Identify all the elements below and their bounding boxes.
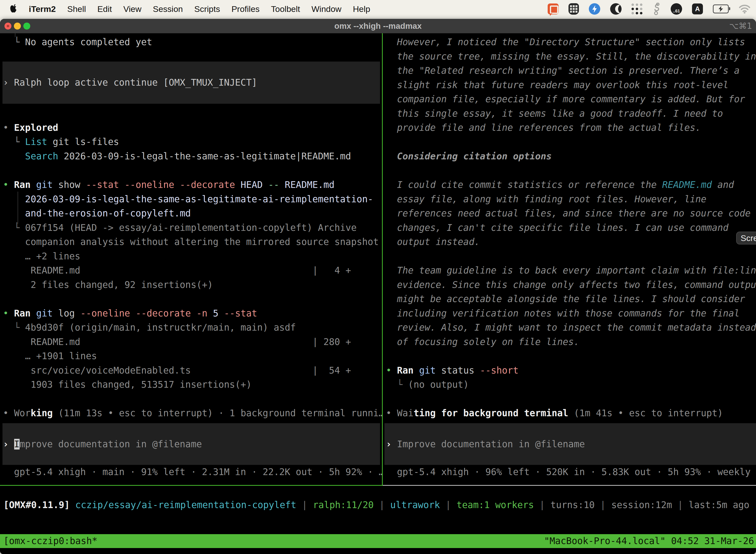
git-show-output-message: companion analysis without altering the … [3, 235, 379, 249]
menu-bar-status-icons: ..61 A [548, 0, 751, 18]
tmux-session-name: [omx-cczip0:bash* [3, 534, 98, 548]
working-status-line: • Working (11m 13s • esc to interrupt) ·… [3, 406, 382, 421]
menu-items: iTerm2 Shell Edit View Session Scripts P… [29, 4, 370, 14]
left-prompt-text[interactable]: › Improve documentation in @filename [3, 437, 202, 451]
apple-logo-icon[interactable] [9, 4, 18, 14]
thinking-paragraph-line: references need actual files, and since … [386, 206, 751, 221]
thinking-paragraph-line: slight risk that future readers may over… [386, 78, 729, 92]
git-show-stat-summary: 2 files changed, 92 insertions(+) [3, 278, 213, 292]
menu-item-help[interactable]: Help [353, 4, 370, 14]
active-pane-border [0, 485, 383, 486]
ran-git-show-line: • Ran git show --stat --oneline --decora… [3, 178, 334, 192]
thinking-paragraph-line: review. Also, I might want to inspect th… [386, 321, 756, 335]
thinking-paragraph-line: output instead. [386, 235, 480, 249]
thinking-paragraph-line: essay file, along with finding root file… [386, 192, 706, 207]
thinking-paragraph-line: changes, I can't cite specific file line… [386, 221, 729, 235]
menu-item-edit[interactable]: Edit [98, 4, 112, 14]
menu-item-profiles[interactable]: Profiles [232, 4, 259, 14]
thinking-section-heading: Considering citation options [386, 149, 552, 164]
git-log-output-commit: └ 4b9d30f (origin/main, instructkr/main,… [3, 321, 296, 335]
right-prompt-text[interactable]: › Improve documentation in @filename [386, 437, 585, 451]
thinking-paragraph-line: evidence. Since this change only affects… [386, 278, 756, 292]
ran-git-log-line: • Ran git log --oneline --decorate -n 5 … [3, 306, 257, 321]
squiggle-icon[interactable] [652, 3, 661, 15]
left-terminal-pane[interactable]: └ No agents completed yet › Ralph loop a… [0, 33, 382, 485]
shield-grid-icon[interactable] [568, 3, 579, 15]
tmux-status-bar: [omx-cczip0:bash* "MacBook-Pro-44.local"… [0, 534, 756, 548]
battery-icon[interactable] [713, 4, 729, 13]
explored-search-line: Search 2026-03-09-is-legal-the-same-as-l… [3, 149, 351, 164]
keyboard-layout-icon[interactable]: A [692, 3, 703, 14]
right-terminal-pane[interactable]: However, I noticed the "Directory Struct… [383, 33, 756, 485]
thinking-paragraph-line: However, I noticed the "Directory Struct… [386, 35, 745, 49]
menu-item-shell[interactable]: Shell [67, 4, 86, 14]
thinking-paragraph-line: companion file, especially if more comme… [386, 92, 745, 107]
omx-session-status-line: [OMX#0.11.9] cczip/essay/ai-reimplementa… [3, 498, 749, 512]
wifi-icon[interactable] [739, 4, 751, 14]
thinking-paragraph-line: I could cite commit statistics or refere… [386, 178, 734, 192]
menu-item-scripts[interactable]: Scripts [194, 4, 220, 14]
window-title-bar[interactable]: omx --xhigh --madmax ⌥⌘1 [0, 19, 756, 33]
tmux-pane-divider[interactable] [382, 33, 383, 485]
ran-git-status-line: • Ran git status --short [386, 364, 519, 378]
git-log-stat-voice: src/voice/voiceModeEnabled.ts | 54 + [3, 364, 351, 378]
git-show-output-commit: └ 067f154 (HEAD -> essay/ai-reimplementa… [3, 221, 357, 235]
thinking-paragraph-line: might be acceptable alongside the file l… [386, 292, 745, 306]
dots-grid-icon[interactable] [631, 3, 642, 14]
explored-header-line: • Explored [3, 121, 58, 135]
git-log-output-more: … +1901 lines [3, 349, 97, 364]
thinking-paragraph-line: the source tree, missing the essay. Stil… [386, 49, 756, 64]
thinking-paragraph-line: of focusing solely on file lines. [386, 335, 579, 349]
git-show-arg-line-1: 2026-03-09-is-legal-the-same-as-legitima… [3, 192, 373, 207]
thinking-paragraph-line: the "Related research writing" section i… [386, 63, 740, 78]
tmux-host-clock: "MacBook-Pro-44.local" 04:52 31-Mar-26 [544, 534, 754, 548]
git-log-stat-readme: README.md | 280 + [3, 335, 351, 349]
git-show-arg-line-2: and-the-erosion-of-copyleft.md [3, 206, 191, 221]
git-show-stat-readme: README.md | 4 + [3, 263, 351, 278]
left-model-status-line: gpt-5.4 xhigh · main · 91% left · 2.31M … [3, 465, 382, 479]
crescent-app-icon[interactable] [610, 3, 622, 15]
screen-share-tooltip: Scre [736, 232, 756, 244]
wallet-badge-icon[interactable]: ..61 [671, 3, 682, 15]
macos-menu-bar: iTerm2 Shell Edit View Session Scripts P… [0, 0, 756, 18]
menu-item-session[interactable]: Session [153, 4, 183, 14]
git-status-no-output: └ (no output) [386, 378, 469, 392]
menu-item-toolbelt[interactable]: Toolbelt [271, 4, 300, 14]
iterm2-window: omx --xhigh --madmax ⌥⌘1 └ No agents com… [0, 19, 756, 554]
window-shortcut-badge: ⌥⌘1 [729, 19, 752, 33]
inactive-pane-border [383, 485, 756, 486]
git-log-stat-summary: 1903 files changed, 513517 insertions(+) [3, 378, 252, 392]
thinking-paragraph-line: this single essay, it seems like a good … [386, 107, 723, 121]
thinking-paragraph-line: The team guideline is to back every impo… [386, 263, 756, 278]
window-title: omx --xhigh --madmax [0, 19, 756, 33]
chat-app-icon[interactable] [548, 3, 559, 14]
explored-list-line: └ List git ls-files [3, 135, 119, 149]
thinking-paragraph-line: including verification notes with those … [386, 306, 740, 321]
menu-item-window[interactable]: Window [312, 4, 341, 14]
git-show-output-more: … +2 lines [3, 249, 80, 264]
blue-badge-icon[interactable] [589, 3, 600, 15]
agents-status-line: └ No agents completed yet [3, 35, 152, 49]
menu-item-view[interactable]: View [123, 4, 141, 14]
thinking-paragraph-line: provide file and line references from th… [386, 121, 701, 135]
ralph-loop-line: › Ralph loop active continue [OMX_TMUX_I… [3, 75, 257, 90]
waiting-status-line: • Waiting for background terminal (1m 41… [386, 406, 723, 421]
right-model-status-line: gpt-5.4 xhigh · 96% left · 520K in · 5.8… [386, 465, 756, 479]
menu-item-iterm2[interactable]: iTerm2 [29, 4, 56, 14]
